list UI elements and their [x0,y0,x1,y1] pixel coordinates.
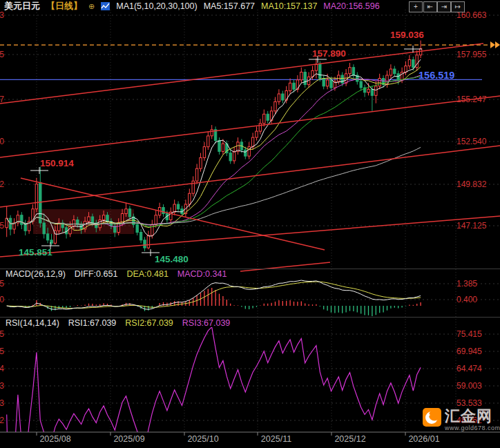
annotation-high-november: 157.890 [312,48,346,59]
y-axis-label-left-main: 147.125 [0,221,4,231]
rsi-params-label: RSI(14,14,14) [6,318,59,328]
add-indicator-icon[interactable]: ⊕ [88,2,95,11]
diff-line [7,280,421,309]
annotation-high-august: 150.914 [40,158,74,168]
price-chart-canvas[interactable] [0,0,500,448]
y-axis-label-rsi: 75.415 [456,329,482,339]
ma10-value: MA10:157.137 [261,1,317,11]
y-axis-label-main: 147.125 [456,221,486,231]
y-axis-label-main: 157.955 [456,50,486,59]
rsi-header: RSI(14,14,14) RSI1:67.039 RSI2:67.039 RS… [6,318,230,328]
zoom-left-axis-icon[interactable]: ⇤ [423,1,437,12]
y-axis-label-rsi: 59.003 [456,381,482,391]
y-axis-label-left-rsi: 48.062 [0,416,4,425]
ma20-line [7,75,421,227]
site-logo: 汇金网 www.gold678.com [423,408,500,431]
y-axis-label-macd: 0.400 [456,295,477,304]
y-axis-label-rsi: 64.474 [456,364,482,373]
y-axis-label-left-macd: 1.385 [0,279,4,289]
x-axis-label: 2025/12 [334,434,365,444]
dea-line [7,282,421,309]
price-level-label: 156.519 [419,70,454,81]
rsi-line [7,327,421,448]
y-axis-label-main: 155.247 [456,95,486,104]
annotation-high-january: 159.036 [390,30,424,40]
symbol-name: 美元日元 [4,0,40,12]
y-axis-label-left-rsi: 59.003 [0,381,4,391]
x-axis-label: 2025/10 [187,434,218,444]
y-axis-label-left-main: 157.955 [0,50,4,59]
y-axis-label-left-rsi: 64.474 [0,364,4,373]
macd-diff-value: DIFF:0.651 [75,269,118,279]
rsi1-value: RSI1:67.039 [68,318,117,328]
y-axis-label-left-main: 155.247 [0,95,4,104]
y-axis-label-main: 149.832 [456,179,486,189]
logo-icon [423,408,441,429]
y-axis-label-macd: 1.385 [456,279,477,289]
x-axis-label: 2025/08 [39,434,70,444]
candlestick-chart-icon [101,2,110,10]
ma5-value: MA5:157.677 [204,1,255,11]
y-axis-label-left-rsi: 75.415 [0,329,4,339]
ma-settings-label: MA1(5,10,20,30,100) [116,1,197,11]
macd-dea-value: DEA:0.481 [126,269,168,279]
y-axis-label-left-main: 152.540 [0,137,4,146]
period-label: 【日线】 [46,0,82,12]
macd-macd-value: MACD:0.341 [177,269,227,279]
price-arrow-icon [495,41,500,48]
logo-title: 汇金网 [445,408,500,424]
y-axis-label-rsi: 69.945 [456,347,482,356]
macd-params-label: MACD(26,12,9) [6,269,66,279]
chart-header: 美元日元 【日线】 ⊕ MA1(5,10,20,30,100) MA5:157.… [4,1,380,12]
y-axis-label-main: 152.540 [456,137,486,146]
macd-header: MACD(26,12,9) DIFF:0.651 DEA:0.481 MACD:… [6,269,227,279]
y-axis-label-rsi: 53.533 [456,398,482,408]
shift-chart-icon[interactable]: ↦ [451,1,465,12]
annotation-low-august: 145.851 [19,247,52,257]
price-arrow-icon [490,41,495,48]
y-axis-label-left-rsi: 53.533 [0,398,4,408]
y-axis-label-left-macd: 0.400 [0,295,4,304]
x-axis-label: 2025/11 [261,434,291,444]
rsi3-value: RSI3:67.039 [182,318,231,328]
x-axis-label: 2025/09 [113,434,144,444]
rsi-panel [7,327,421,448]
y-axis-label-left-rsi: 69.945 [0,347,4,356]
macd-panel [7,280,421,316]
zoom-right-axis-icon[interactable]: ⇥ [437,1,451,12]
ma20-value: MA20:156.596 [323,1,379,11]
pan-tool-icon[interactable]: + [409,1,423,12]
x-axis-label: 2026/01 [408,434,439,444]
trading-chart-app: { "header": { "symbol": "美元日元", "period"… [0,0,500,448]
annotation-low-september: 145.480 [155,254,189,264]
logo-url: www.gold678.com [445,425,500,431]
y-axis-label-left-main: 149.832 [0,179,4,189]
rsi2-value: RSI2:67.039 [125,318,173,328]
ma30-line [7,76,421,226]
